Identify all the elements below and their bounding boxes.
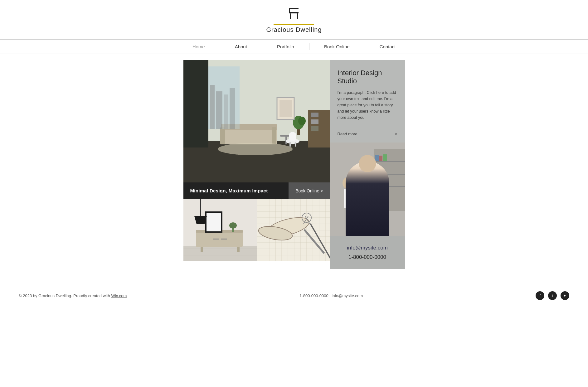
- studio-description: I'm a paragraph. Click here to add your …: [338, 89, 397, 121]
- blueprint-photo: [257, 199, 330, 261]
- svg-rect-13: [272, 127, 276, 144]
- info-panel: Interior Design Studio I'm a paragraph. …: [330, 60, 405, 143]
- book-online-button[interactable]: Book Online >: [289, 182, 330, 199]
- main-nav: Home About Portfolio Book Online Contact: [0, 39, 588, 54]
- twitter-icon[interactable]: t: [548, 291, 557, 300]
- svg-rect-24: [311, 126, 318, 131]
- svg-rect-47: [207, 213, 221, 231]
- svg-point-51: [229, 222, 237, 229]
- svg-rect-12: [220, 127, 225, 144]
- svg-rect-23: [311, 119, 318, 124]
- svg-rect-83: [374, 161, 405, 162]
- svg-rect-2: [290, 13, 291, 19]
- svg-rect-18: [289, 132, 296, 141]
- svg-rect-8: [183, 60, 208, 148]
- svg-rect-89: [375, 167, 378, 174]
- svg-rect-0: [289, 12, 299, 13]
- read-more-text: Read more: [338, 132, 357, 136]
- svg-rect-32: [216, 91, 222, 129]
- nav-item-contact[interactable]: Contact: [365, 44, 411, 49]
- svg-rect-93: [352, 192, 383, 236]
- nav-item-portfolio[interactable]: Portfolio: [262, 44, 309, 49]
- facebook-icon[interactable]: f: [536, 291, 544, 300]
- footer-copyright: © 2023 by Gracious Dwelling. Proudly cre…: [19, 293, 127, 298]
- svg-rect-43: [237, 247, 240, 252]
- wix-link[interactable]: Wix.com: [111, 293, 127, 298]
- svg-rect-87: [379, 156, 382, 161]
- svg-rect-105: [364, 183, 371, 193]
- svg-rect-45: [221, 239, 227, 239]
- svg-point-99: [357, 162, 377, 185]
- svg-rect-44: [213, 239, 219, 239]
- svg-rect-36: [183, 246, 257, 261]
- svg-rect-33: [224, 94, 228, 129]
- footer-social: f t ✦: [536, 291, 569, 300]
- bottom-images-row: [183, 199, 330, 261]
- logo-title: Gracious Dwelling: [266, 26, 322, 33]
- svg-rect-19: [289, 142, 291, 147]
- cta-text: Minimal Design, Maximum Impact: [183, 182, 289, 199]
- contact-phone: 1-800-000-0000: [348, 254, 386, 260]
- svg-rect-3: [297, 13, 298, 19]
- left-section: Minimal Design, Maximum Impact Book Onli…: [183, 60, 330, 269]
- nav-item-home[interactable]: Home: [177, 44, 220, 49]
- right-section: Interior Design Studio I'm a paragraph. …: [330, 60, 405, 269]
- svg-point-103: [362, 172, 365, 176]
- team-photo: [330, 143, 405, 236]
- read-more-link[interactable]: Read more >: [338, 127, 397, 136]
- svg-rect-20: [295, 142, 296, 147]
- logo-icon: [286, 6, 302, 23]
- svg-rect-42: [201, 247, 203, 252]
- furniture-photo: [183, 199, 257, 261]
- logo-area: Gracious Dwelling: [266, 6, 322, 33]
- svg-rect-31: [210, 85, 215, 129]
- svg-point-27: [298, 117, 306, 125]
- site-header: Gracious Dwelling: [0, 0, 588, 39]
- svg-point-104: [370, 172, 373, 176]
- site-footer: © 2023 by Gracious Dwelling. Proudly cre…: [0, 285, 588, 306]
- main-content: Minimal Design, Maximum Impact Book Onli…: [0, 54, 588, 275]
- svg-rect-84: [374, 174, 405, 175]
- svg-point-108: [376, 198, 387, 212]
- nav-item-about[interactable]: About: [220, 44, 262, 49]
- svg-rect-29: [279, 100, 292, 117]
- svg-rect-1: [289, 8, 290, 12]
- logo-line: [274, 24, 314, 25]
- svg-point-91: [343, 177, 355, 189]
- hero-image: [183, 60, 330, 182]
- svg-rect-102: [374, 167, 377, 178]
- svg-rect-10: [221, 129, 277, 144]
- svg-rect-4: [290, 8, 299, 9]
- svg-marker-49: [194, 216, 207, 224]
- svg-rect-22: [311, 113, 318, 117]
- copyright-text: © 2023 by Gracious Dwelling. Proudly cre…: [19, 293, 110, 298]
- svg-point-100: [357, 161, 377, 173]
- footer-contact: 1-800-000-0000 | info@mysite.com: [299, 293, 363, 298]
- svg-point-14: [218, 143, 293, 155]
- svg-rect-85: [374, 186, 405, 187]
- contact-email[interactable]: info@mysite.com: [347, 245, 388, 251]
- read-more-arrow: >: [395, 132, 397, 136]
- cta-bar: Minimal Design, Maximum Impact Book Onli…: [183, 182, 330, 199]
- content-grid: Minimal Design, Maximum Impact Book Onli…: [183, 60, 405, 269]
- svg-rect-94: [357, 192, 377, 224]
- svg-rect-90: [379, 167, 382, 174]
- studio-title: Interior Design Studio: [338, 69, 397, 85]
- contact-panel: info@mysite.com 1-800-000-0000: [330, 236, 405, 269]
- instagram-icon[interactable]: ✦: [561, 291, 569, 300]
- svg-rect-107: [378, 205, 385, 224]
- nav-item-book[interactable]: Book Online: [309, 44, 365, 49]
- svg-rect-88: [383, 154, 387, 161]
- svg-point-106: [363, 189, 372, 194]
- svg-rect-101: [357, 167, 361, 179]
- svg-rect-34: [230, 88, 235, 129]
- svg-rect-86: [375, 155, 379, 161]
- svg-rect-92: [344, 189, 353, 208]
